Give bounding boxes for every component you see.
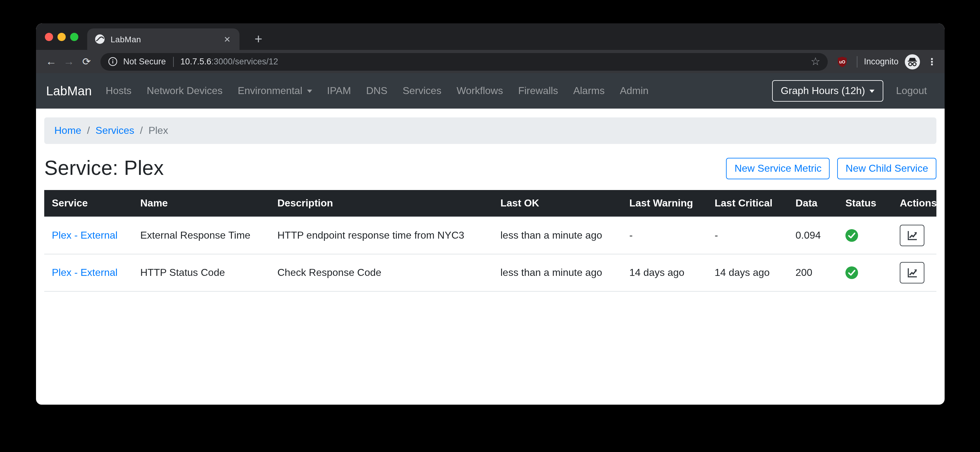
new-child-service-button[interactable]: New Child Service — [837, 157, 936, 179]
close-tab-icon[interactable]: ✕ — [223, 35, 232, 44]
nav-item-workflows[interactable]: Workflows — [449, 85, 511, 97]
breadcrumb-services-link[interactable]: Services — [95, 125, 134, 136]
browser-window: LabMan ✕ + ← → ⟳ Not Secure 10.7. — [36, 23, 945, 404]
chart-line-icon — [907, 267, 918, 278]
nav-item-firewalls[interactable]: Firewalls — [511, 85, 565, 97]
col-header-actions: Actions — [892, 190, 936, 217]
fullscreen-window-button[interactable] — [70, 33, 78, 41]
col-header-data: Data — [788, 190, 838, 217]
last-warning-value: - — [622, 217, 707, 254]
last-ok-value: less than a minute ago — [493, 254, 622, 291]
graph-button[interactable] — [900, 262, 924, 284]
metric-name: HTTP Status Code — [133, 254, 270, 291]
browser-tab[interactable]: LabMan ✕ — [87, 29, 239, 50]
toolbar-divider — [857, 56, 858, 67]
service-link[interactable]: Plex - External — [52, 230, 118, 241]
status-ok-icon — [845, 229, 858, 242]
minimize-window-button[interactable] — [57, 33, 66, 41]
new-tab-button[interactable]: + — [250, 30, 267, 48]
ublock-extension-icon[interactable]: uO — [837, 56, 848, 67]
nav-item-logout[interactable]: Logout — [888, 85, 934, 97]
tab-strip: LabMan ✕ + — [36, 23, 945, 50]
col-header-service: Service — [44, 190, 133, 217]
nav-item-network-devices[interactable]: Network Devices — [139, 85, 230, 97]
not-secure-label: Not Secure — [123, 57, 166, 66]
close-window-button[interactable] — [45, 33, 53, 41]
data-value: 0.094 — [788, 217, 838, 254]
data-value: 200 — [788, 254, 838, 291]
service-link[interactable]: Plex - External — [52, 267, 118, 278]
col-header-status: Status — [838, 190, 892, 217]
forward-button[interactable]: → — [60, 53, 78, 70]
tab-title: LabMan — [111, 35, 223, 44]
nav-item-alarms[interactable]: Alarms — [565, 85, 612, 97]
chart-line-icon — [907, 230, 918, 241]
brand-labman[interactable]: LabMan — [46, 84, 92, 98]
graph-hours-dropdown[interactable]: Graph Hours (12h) — [772, 80, 883, 102]
chevron-down-icon — [307, 89, 312, 92]
globe-favicon-icon — [95, 34, 105, 44]
page-header-actions: New Service Metric New Child Service — [726, 157, 936, 179]
url-path: :3000/services/12 — [212, 57, 278, 66]
breadcrumb-home-link[interactable]: Home — [54, 125, 81, 136]
nav-item-admin[interactable]: Admin — [612, 85, 656, 97]
bookmark-star-icon[interactable]: ☆ — [811, 56, 821, 67]
nav-item-environmental[interactable]: Environmental — [230, 85, 320, 97]
table-row: Plex - External HTTP Status Code Check R… — [44, 254, 936, 291]
breadcrumb-current: Plex — [148, 125, 168, 136]
col-header-last-warning: Last Warning — [622, 190, 707, 217]
new-service-metric-button[interactable]: New Service Metric — [726, 157, 830, 179]
incognito-icon — [904, 53, 921, 70]
app-navbar: LabMan Hosts Network Devices Environment… — [36, 73, 945, 109]
metric-description: Check Response Code — [270, 254, 493, 291]
browser-menu-button[interactable]: ⋮ — [926, 56, 938, 67]
table-row: Plex - External External Response Time H… — [44, 217, 936, 254]
address-bar[interactable]: Not Secure 10.7.5.6:3000/services/12 ☆ — [100, 53, 828, 70]
breadcrumb-separator: / — [87, 125, 90, 136]
breadcrumb-separator: / — [140, 125, 143, 136]
nav-item-dns[interactable]: DNS — [359, 85, 395, 97]
reload-button[interactable]: ⟳ — [78, 53, 95, 70]
nav-item-hosts[interactable]: Hosts — [98, 85, 139, 97]
graph-button[interactable] — [900, 225, 924, 246]
col-header-last-critical: Last Critical — [707, 190, 788, 217]
info-icon[interactable] — [108, 57, 118, 66]
service-metrics-table: Service Name Description Last OK Last Wa… — [44, 190, 936, 292]
col-header-description: Description — [270, 190, 493, 217]
back-button[interactable]: ← — [42, 53, 60, 70]
url-host: 10.7.5.6 — [180, 57, 212, 66]
table-header-row: Service Name Description Last OK Last Wa… — [44, 190, 936, 217]
status-ok-icon — [845, 266, 858, 279]
last-critical-value: 14 days ago — [707, 254, 788, 291]
metric-name: External Response Time — [133, 217, 270, 254]
ublock-glyph: uO — [839, 59, 846, 64]
breadcrumb: Home / Services / Plex — [44, 117, 936, 144]
col-header-name: Name — [133, 190, 270, 217]
last-ok-value: less than a minute ago — [493, 217, 622, 254]
nav-item-services[interactable]: Services — [395, 85, 449, 97]
page-header: Service: Plex New Service Metric New Chi… — [44, 157, 936, 180]
window-controls — [45, 33, 78, 41]
graph-hours-label: Graph Hours (12h) — [781, 85, 865, 97]
col-header-last-ok: Last OK — [493, 190, 622, 217]
nav-item-ipam[interactable]: IPAM — [320, 85, 359, 97]
page-content: Home / Services / Plex Service: Plex New… — [36, 117, 945, 292]
url-divider — [173, 57, 173, 67]
last-warning-value: 14 days ago — [622, 254, 707, 291]
screen: LabMan ✕ + ← → ⟳ Not Secure 10.7. — [0, 0, 980, 452]
nav-item-environmental-label: Environmental — [237, 85, 302, 97]
incognito-label: Incognito — [864, 57, 899, 66]
last-critical-value: - — [707, 217, 788, 254]
chevron-down-icon — [869, 89, 875, 92]
page-title: Service: Plex — [44, 157, 164, 180]
metric-description: HTTP endpoint response time from NYC3 — [270, 217, 493, 254]
browser-toolbar: ← → ⟳ Not Secure 10.7.5.6:3000/services/… — [36, 50, 945, 73]
